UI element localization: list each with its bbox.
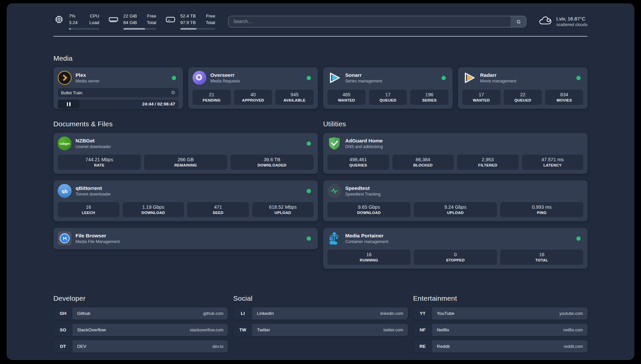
plex-progress-row[interactable]: 24:44 / 02:06:47 [58,100,179,108]
bookmark-tag: GH [53,307,73,319]
pause-button[interactable] [58,100,79,108]
disk-label: Free [206,13,215,19]
adguard-card[interactable]: AdGuard Home DNS and adblocking 498,461 … [323,133,588,174]
stat-label: APPROVED [235,98,271,102]
weather-widget: Lviv, 16.87°C scattered clouds [538,15,588,28]
speedtest-icon [327,184,341,198]
radarr-card[interactable]: Radarr Movie management 17 WANTED 22 QUE… [458,67,588,109]
stat-label: WANTED [329,98,364,102]
stat-value: 21 [194,92,229,97]
weather-location: Lviv, 16.87°C [556,16,588,21]
ram-icon [108,14,119,25]
app-description: Speedtest Tracking [345,192,381,197]
bookmark-url: twitter.com [383,328,403,332]
section-title-utilities: Utilities [323,120,588,128]
header-divider [53,36,588,37]
stat-label: RATE [59,163,139,167]
bookmark-url: youtube.com [559,311,583,316]
stat-label: QUERIES [329,163,388,167]
stat-tile: 17 WANTED [462,90,501,105]
cloud-icon [538,15,552,28]
search-input[interactable] [229,16,511,27]
stat-label: UPLOAD [254,211,313,215]
status-dot [307,236,311,241]
portainer-card[interactable]: Media Portainer Container management 16 … [323,228,588,269]
section-utilities: Utilities AdGuard Home DNS and adblockin… [323,120,588,275]
search-engine-button[interactable]: G [511,16,526,27]
stat-value: 0.993 ms [502,204,582,210]
stat-value: 9.65 Gbps [329,204,409,210]
sonarr-card[interactable]: Sonarr Series management 485 WANTED 17 Q… [323,67,453,109]
section-title-media: Media [53,54,588,62]
qbittorrent-card[interactable]: qb qBittorrent Torrent downloader 16 LEE… [53,180,318,221]
bookmark-name: Twitter [257,327,270,332]
dashboard: 7% 3.24 CPU Load [7,3,634,360]
app-name: Plex [76,72,99,78]
app-name: File Browser [76,233,120,239]
adguard-icon [327,136,341,150]
status-dot [576,76,581,80]
section-social: Social LI LinkedIn linkedin.com TW Twitt… [233,294,408,340]
bookmark-linkedin[interactable]: LI LinkedIn linkedin.com [233,307,408,319]
bookmark-stackoverflow[interactable]: SO StackOverflow stackoverflow.com [53,324,228,336]
stat-label: BLOCKED [394,163,453,167]
bookmark-url: stackoverflow.com [190,328,223,332]
stat-label: AVAILABLE [277,98,312,102]
section-developer: Developer GH Github github.com SO StackO… [53,294,228,357]
nzbget-card[interactable]: nzbget NZBGet Usenet downloader 744.21 M… [53,133,318,174]
bookmark-youtube[interactable]: YT YouTube youtube.com [413,307,588,319]
filebrowser-icon [58,231,72,245]
stat-label: SEED [189,211,248,215]
status-dot [172,76,176,80]
stat-tile: 9.65 Gbps DOWNLOAD [327,202,411,217]
filebrowser-card[interactable]: File Browser Media File Management [53,228,318,249]
bookmark-twitter[interactable]: TW Twitter twitter.com [233,324,408,336]
bookmark-github[interactable]: GH Github github.com [53,307,228,319]
stat-label: DOWNLOAD [329,211,409,215]
bookmark-reddit[interactable]: RE Reddit reddit.com [413,340,588,352]
plex-now-playing-row: Bullet Train ⚙ [58,88,179,97]
bookmark-netflix[interactable]: NF Netflix netflix.com [413,324,588,336]
stat-tile: 485 WANTED [327,90,366,105]
overseerr-card[interactable]: Overseerr Media Requests 21 PENDING 40 A… [188,67,318,109]
stat-value: 9.24 Gbps [415,204,496,210]
stat-tile: 22 QUEUED [504,90,542,105]
stat-tile: 21 PENDING [193,90,231,105]
plex-card[interactable]: Plex Media server Bullet Train ⚙ 24:44 /… [53,67,183,109]
gear-icon[interactable]: ⚙ [171,90,175,96]
stat-tile: 2,953 FILTERED [457,155,519,170]
app-name: Speedtest [345,185,381,191]
bookmark-tag: YT [413,307,432,319]
stat-value: 86,384 [394,157,453,162]
stat-label: LATENCY [523,163,582,167]
stat-value: 471 [189,204,248,210]
bookmark-name: StackOverflow [77,327,106,332]
stat-value: 196 [412,92,447,97]
stat-tile: 471 SEED [187,202,249,217]
stat-value: 834 [546,92,582,97]
bookmark-url: linkedin.com [380,311,403,316]
stat-label: FILTERED [458,163,517,167]
search-bar: G [228,16,526,27]
stat-tile: 196 SERIES [410,90,448,105]
qbittorrent-icon: qb [58,184,72,198]
stat-label: PING [502,211,582,215]
ram-label: Free [147,13,156,19]
stat-label: DOWNLOADED [232,163,312,167]
app-description: Media File Management [76,239,120,244]
stat-value: 17 [370,92,406,97]
disk-total: 97.9 TB [180,20,196,26]
bookmark-name: Github [77,311,90,316]
stat-label: UPLOAD [415,211,496,215]
stat-tile: 9.24 Gbps UPLOAD [414,202,497,217]
app-name: Radarr [480,72,516,78]
bookmark-url: reddit.com [564,344,583,349]
app-description: DNS and adblocking [345,144,383,149]
app-description: Media server [76,79,99,83]
stat-label: DOWNLOAD [124,211,183,215]
bookmark-tag: SO [53,324,73,336]
stat-value: 618.52 Mbps [254,204,313,210]
weather-condition: scattered clouds [556,22,588,27]
bookmark-dev[interactable]: DT DEV dev.to [53,340,228,352]
speedtest-card[interactable]: Speedtest Speedtest Tracking 9.65 Gbps D… [323,180,588,221]
